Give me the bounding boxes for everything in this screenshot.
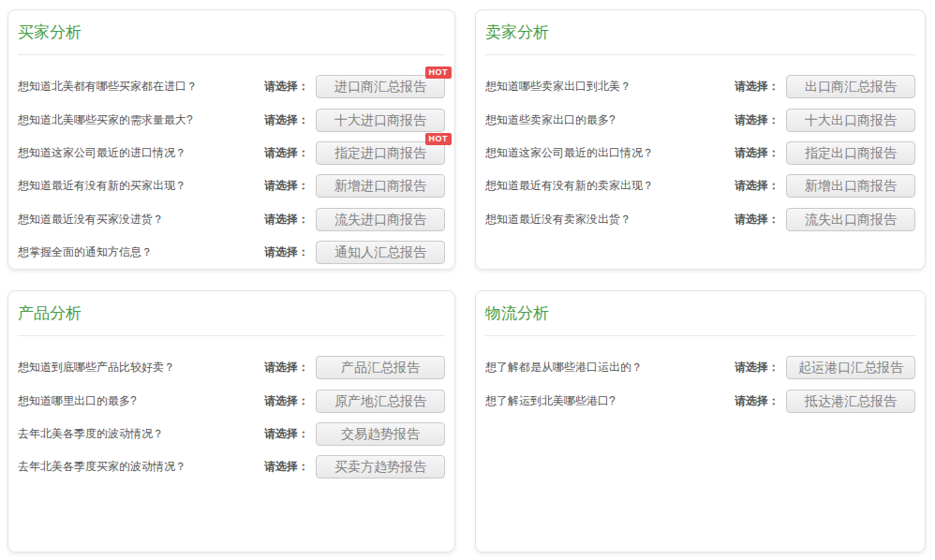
question-text: 想了解都是从哪些港口运出的？ [485, 360, 643, 376]
select-label: 请选择： [735, 212, 779, 228]
report-button[interactable]: 新增进口商报告 [316, 174, 445, 198]
select-label: 请选择： [735, 112, 779, 128]
report-button[interactable]: 进口商汇总报告 [316, 75, 445, 98]
report-button[interactable]: 通知人汇总报告 [316, 241, 445, 264]
report-row: 想了解运到北美哪些港口? 请选择： 抵达港汇总报告 [485, 384, 915, 417]
report-button[interactable]: 流失出口商报告 [786, 208, 915, 231]
report-row: 想知道这家公司最近的进口情况？ 请选择： 指定进口商报告 HOT [18, 137, 445, 169]
logistics-analysis-panel: 物流分析 想了解都是从哪些港口运出的？ 请选择： 起运港口汇总报告 想了解运到北… [475, 290, 926, 553]
select-label: 请选择： [264, 112, 309, 128]
report-row: 想知道最近有没有新的买家出现？ 请选择： 新增进口商报告 [18, 169, 445, 202]
report-row: 去年北美各季度买家的波动情况？ 请选择： 买卖方趋势报告 [18, 450, 445, 483]
question-text: 想知道哪些卖家出口到北美？ [485, 79, 631, 95]
report-button-wrap: 产品汇总报告 [316, 356, 445, 379]
product-analysis-panel: 产品分析 想知道到底哪些产品比较好卖？ 请选择： 产品汇总报告 想知道哪里出口的… [7, 290, 455, 553]
title-divider [18, 335, 445, 336]
question-text: 想知道北美都有哪些买家都在进口？ [18, 79, 198, 95]
report-button-wrap: 抵达港汇总报告 [786, 390, 915, 413]
panel-title: 物流分析 [485, 304, 915, 323]
report-button-wrap: 十大进口商报告 [316, 109, 445, 132]
title-divider [485, 335, 915, 336]
report-rows: 想知道北美都有哪些买家都在进口？ 请选择： 进口商汇总报告 HOT 想知道北美哪… [18, 70, 445, 269]
question-text: 想掌握全面的通知方信息？ [18, 244, 153, 260]
report-button[interactable]: 指定出口商报告 [786, 141, 915, 165]
question-text: 想知道哪里出口的最多? [18, 393, 137, 409]
report-rows: 想了解都是从哪些港口运出的？ 请选择： 起运港口汇总报告 想了解运到北美哪些港口… [485, 351, 915, 418]
panel-title: 卖家分析 [485, 23, 915, 42]
report-row: 想知道最近有没有新的卖家出现？ 请选择： 新增出口商报告 [485, 169, 915, 202]
select-label: 请选择： [264, 212, 309, 228]
report-button-wrap: 十大出口商报告 [786, 109, 915, 132]
question-text: 想知道最近有没有新的卖家出现？ [485, 178, 654, 194]
select-label: 请选择： [735, 360, 779, 376]
question-text: 想知道最近没有买家没进货？ [18, 212, 164, 228]
report-button[interactable]: 新增出口商报告 [786, 174, 915, 198]
report-row: 想知道最近没有买家没进货？ 请选择： 流失进口商报告 [18, 203, 445, 236]
report-row: 想知道北美哪些买家的需求量最大? 请选择： 十大进口商报告 [18, 103, 445, 136]
question-text: 想知道到底哪些产品比较好卖？ [18, 360, 175, 376]
report-row: 想知道哪里出口的最多? 请选择： 原产地汇总报告 [18, 384, 445, 417]
report-button[interactable]: 起运港口汇总报告 [786, 356, 915, 379]
question-text: 想知道最近没有卖家没出货？ [485, 212, 631, 228]
select-label: 请选择： [264, 244, 309, 260]
report-button-wrap: 进口商汇总报告 HOT [316, 75, 445, 98]
report-row: 想知道些卖家出口的最多? 请选择： 十大出口商报告 [485, 103, 915, 136]
question-text: 想知道些卖家出口的最多? [485, 112, 616, 128]
select-label: 请选择： [735, 79, 779, 95]
select-label: 请选择： [735, 145, 779, 161]
select-label: 请选择： [264, 426, 309, 442]
report-rows: 想知道哪些卖家出口到北美？ 请选择： 出口商汇总报告 想知道些卖家出口的最多? … [485, 70, 915, 236]
buyer-analysis-panel: 买家分析 想知道北美都有哪些买家都在进口？ 请选择： 进口商汇总报告 HOT 想… [7, 9, 455, 270]
report-row: 想知道到底哪些产品比较好卖？ 请选择： 产品汇总报告 [18, 351, 445, 384]
question-text: 去年北美各季度买家的波动情况？ [18, 459, 186, 475]
title-divider [485, 54, 915, 55]
report-row: 去年北美各季度的波动情况？ 请选择： 交易趋势报告 [18, 418, 445, 450]
report-button-wrap: 流失进口商报告 [316, 208, 445, 231]
report-button-wrap: 通知人汇总报告 [316, 241, 445, 264]
report-button-wrap: 买卖方趋势报告 [316, 455, 445, 479]
question-text: 想知道这家公司最近的进口情况？ [18, 145, 186, 161]
report-rows: 想知道到底哪些产品比较好卖？ 请选择： 产品汇总报告 想知道哪里出口的最多? 请… [18, 351, 445, 484]
seller-analysis-panel: 卖家分析 想知道哪些卖家出口到北美？ 请选择： 出口商汇总报告 想知道些卖家出口… [475, 9, 926, 270]
report-button-wrap: 新增出口商报告 [786, 174, 915, 198]
question-text: 想了解运到北美哪些港口? [485, 393, 616, 409]
report-button-wrap: 起运港口汇总报告 [786, 356, 915, 379]
select-label: 请选择： [264, 393, 309, 409]
report-row: 想知道北美都有哪些买家都在进口？ 请选择： 进口商汇总报告 HOT [18, 70, 445, 103]
select-label: 请选择： [264, 145, 309, 161]
question-text: 想知道北美哪些买家的需求量最大? [18, 112, 193, 128]
report-row: 想知道这家公司最近的出口情况？ 请选择： 指定出口商报告 [485, 137, 915, 169]
question-text: 去年北美各季度的波动情况？ [18, 426, 164, 442]
report-row: 想知道哪些卖家出口到北美？ 请选择： 出口商汇总报告 [485, 70, 915, 103]
report-button-wrap: 原产地汇总报告 [316, 390, 445, 413]
select-label: 请选择： [264, 360, 309, 376]
report-button-wrap: 出口商汇总报告 [786, 75, 915, 98]
select-label: 请选择： [264, 79, 309, 95]
report-button-wrap: 交易趋势报告 [316, 422, 445, 446]
hot-badge: HOT [425, 66, 453, 79]
report-button[interactable]: 产品汇总报告 [316, 356, 445, 379]
report-row: 想知道最近没有卖家没出货？ 请选择： 流失出口商报告 [485, 203, 915, 236]
select-label: 请选择： [735, 393, 779, 409]
report-button-wrap: 指定进口商报告 HOT [316, 141, 445, 165]
report-button[interactable]: 交易趋势报告 [316, 422, 445, 446]
select-label: 请选择： [735, 178, 779, 194]
question-text: 想知道最近有没有新的买家出现？ [18, 178, 186, 194]
report-button-wrap: 新增进口商报告 [316, 174, 445, 198]
report-button[interactable]: 流失进口商报告 [316, 208, 445, 231]
report-row: 想了解都是从哪些港口运出的？ 请选择： 起运港口汇总报告 [485, 351, 915, 384]
select-label: 请选择： [264, 178, 309, 194]
report-button[interactable]: 十大出口商报告 [786, 109, 915, 132]
report-button[interactable]: 十大进口商报告 [316, 109, 445, 132]
panel-title: 产品分析 [18, 304, 445, 323]
question-text: 想知道这家公司最近的出口情况？ [485, 145, 654, 161]
report-button-wrap: 指定出口商报告 [786, 141, 915, 165]
report-button[interactable]: 原产地汇总报告 [316, 390, 445, 413]
report-button[interactable]: 抵达港汇总报告 [786, 390, 915, 413]
report-button-wrap: 流失出口商报告 [786, 208, 915, 231]
report-button[interactable]: 买卖方趋势报告 [316, 455, 445, 479]
report-row: 想掌握全面的通知方信息？ 请选择： 通知人汇总报告 [18, 236, 445, 269]
select-label: 请选择： [264, 459, 309, 475]
hot-badge: HOT [425, 133, 453, 145]
report-button[interactable]: 出口商汇总报告 [786, 75, 915, 98]
